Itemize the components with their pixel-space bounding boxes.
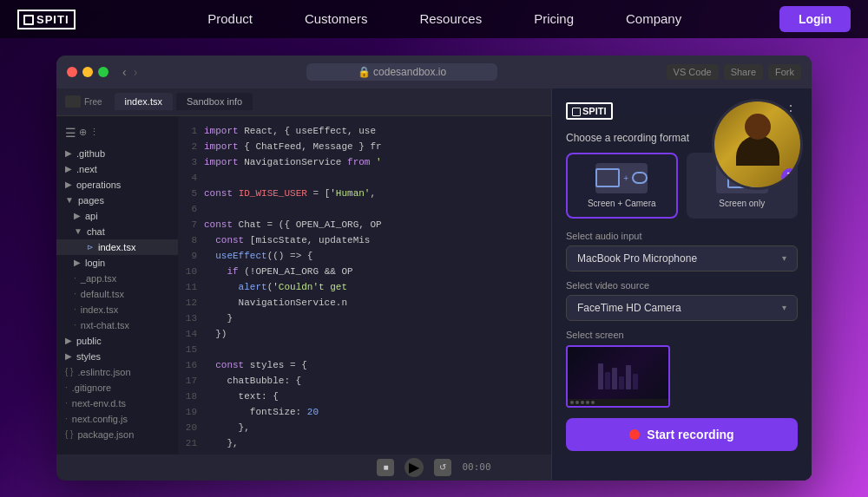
audio-dropdown-arrow: ▾: [782, 253, 786, 263]
file-tree-item-next-env[interactable]: · next-env.d.ts: [56, 396, 178, 411]
main-content: ‹ › 🔒 codesandbox.io VS Code Share Fork: [0, 38, 868, 497]
audio-input-label: Select audio input: [566, 231, 798, 241]
screen-camera-icon: +: [595, 163, 648, 193]
logo-box: SPITI: [17, 10, 76, 29]
panel-logo-box: SPITI: [566, 102, 613, 120]
fork-btn[interactable]: Fork: [768, 64, 801, 80]
file-tree-item-index-tsx[interactable]: ⊳ index.tsx: [56, 239, 178, 255]
screen-preview-label: Select screen: [566, 330, 798, 340]
browser-window: ‹ › 🔒 codesandbox.io VS Code Share Fork: [56, 56, 812, 481]
file-tree-item-index2-tsx[interactable]: · index.tsx: [56, 302, 178, 317]
nav-item-customers[interactable]: Customers: [305, 11, 368, 27]
traffic-light-maximize[interactable]: [98, 67, 108, 77]
logo-text: SPITI: [36, 13, 69, 26]
file-tree-item-chat[interactable]: ▼ chat: [56, 224, 178, 239]
nav-logo[interactable]: SPITI: [17, 10, 76, 29]
nav-item-product[interactable]: Product: [207, 11, 253, 27]
file-tree-item-pages[interactable]: ▼ pages: [56, 193, 178, 208]
file-tree-item-api[interactable]: ▶ api: [56, 208, 178, 224]
play-button[interactable]: ▶: [404, 458, 424, 477]
file-tree-item-package-json[interactable]: { } package.json: [56, 427, 178, 442]
login-button[interactable]: Login: [779, 6, 851, 32]
plus-icon: +: [623, 173, 628, 183]
file-tree-item-next-config[interactable]: · next.config.js: [56, 411, 178, 427]
file-tree-item-next[interactable]: ▶ .next: [56, 161, 178, 177]
screen-preview-section: Select screen: [566, 330, 798, 408]
share-btn[interactable]: Share: [724, 64, 763, 80]
panel-logo: SPITI: [566, 102, 613, 120]
preview-taskbar: [568, 399, 668, 406]
audio-input-section: Select audio input MacBook Pro Microphon…: [566, 231, 798, 271]
screen-preview-thumb[interactable]: [566, 345, 670, 408]
traffic-light-close[interactable]: [67, 67, 77, 77]
time-display: 00:00: [462, 461, 490, 473]
nav-item-pricing[interactable]: Pricing: [534, 11, 574, 27]
person-body: [736, 135, 779, 166]
file-tree-item-styles[interactable]: ▶ styles: [56, 349, 178, 364]
file-tree-actions: ☰ ⊕ ⋮: [56, 123, 178, 142]
file-tree-item-default-tsx[interactable]: · default.tsx: [56, 286, 178, 302]
file-tree-item-app-tsx[interactable]: · _app.tsx: [56, 271, 178, 286]
navbar: SPITI Product Customers Resources Pricin…: [0, 0, 868, 38]
screen-only-label: Screen only: [719, 199, 765, 208]
audio-input-select[interactable]: MacBook Pro Microphone ▾: [566, 245, 798, 271]
audio-input-value: MacBook Pro Microphone: [577, 252, 697, 265]
file-tree-item-gitignore[interactable]: · .gitignore: [56, 380, 178, 396]
nav-links: Product Customers Resources Pricing Comp…: [110, 11, 779, 27]
video-source-select[interactable]: FaceTime HD Camera ▾: [566, 295, 798, 321]
video-source-section: Select video source FaceTime HD Camera ▾: [566, 280, 798, 321]
traffic-lights: [67, 67, 108, 77]
nav-item-resources[interactable]: Resources: [419, 11, 482, 27]
file-tree-item-login[interactable]: ▶ login: [56, 255, 178, 271]
vs-code-btn[interactable]: VS Code: [667, 64, 719, 80]
file-tree: ☰ ⊕ ⋮ ▶ .github ▶ .next ▶ operations ▼ p…: [56, 116, 178, 481]
editor-tab-sandbox[interactable]: Sandbox info: [176, 93, 253, 110]
file-tree-item-public[interactable]: ▶ public: [56, 333, 178, 349]
file-tree-item-nxt-chat[interactable]: · nxt-chat.tsx: [56, 317, 178, 333]
screen-camera-label: Screen + Camera: [588, 199, 656, 208]
format-screen-camera[interactable]: + Screen + Camera: [566, 153, 678, 219]
camera-person: [732, 114, 784, 174]
file-tree-item-eslint[interactable]: { } .eslintrc.json: [56, 364, 178, 380]
camera-feed: T: [712, 99, 803, 190]
browser-body: Free index.tsx Sandbox info ☰ ⊕ ⋮ ▶ .gi: [56, 88, 812, 481]
url-text: codesandbox.io: [373, 66, 446, 78]
nav-forward-icon[interactable]: ›: [134, 65, 138, 79]
address-bar: 🔒 codesandbox.io: [144, 63, 659, 81]
video-source-label: Select video source: [566, 280, 798, 291]
person-head: [745, 114, 771, 140]
editor-tab-index[interactable]: index.tsx: [115, 93, 173, 110]
file-tree-item-operations[interactable]: ▶ operations: [56, 177, 178, 193]
url-display[interactable]: 🔒 codesandbox.io: [306, 63, 497, 81]
refresh-button[interactable]: ↺: [434, 459, 451, 476]
video-source-value: FaceTime HD Camera: [577, 302, 681, 314]
preview-bars: [598, 363, 638, 389]
browser-actions: VS Code Share Fork: [667, 64, 801, 80]
nav-back-icon[interactable]: ‹: [122, 65, 127, 79]
record-dot-icon: [629, 429, 640, 440]
screen-preview-inner: [568, 347, 668, 406]
avatar-badge: T: [781, 168, 799, 186]
screen-rect: [595, 168, 620, 187]
start-recording-button[interactable]: Start recording: [566, 418, 798, 451]
browser-titlebar: ‹ › 🔒 codesandbox.io VS Code Share Fork: [56, 56, 812, 88]
file-tree-item-github[interactable]: ▶ .github: [56, 146, 178, 161]
browser-nav-icons: ‹ ›: [122, 65, 137, 79]
video-dropdown-arrow: ▾: [782, 303, 786, 312]
cam-rect: [632, 172, 648, 184]
start-recording-label: Start recording: [647, 428, 733, 441]
traffic-light-minimize[interactable]: [82, 67, 93, 77]
nav-item-company[interactable]: Company: [626, 11, 681, 27]
stop-button[interactable]: ■: [377, 459, 394, 476]
